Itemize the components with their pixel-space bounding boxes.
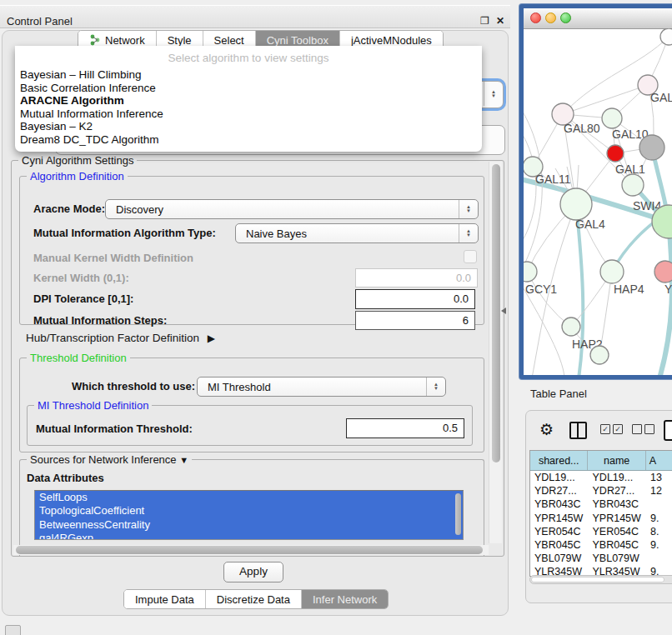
dropdown-item[interactable]: Dream8 DC_TDC Algorithm bbox=[15, 133, 482, 147]
network-node-bottom-partial[interactable] bbox=[590, 346, 609, 364]
node-label-gcy1: GCY1 bbox=[525, 282, 557, 296]
aracne-mode-select[interactable]: Discovery ▲▼ bbox=[105, 199, 479, 219]
gear-icon[interactable]: ⚙ bbox=[539, 422, 554, 438]
column-header-name[interactable]: name bbox=[588, 451, 645, 470]
table-cell: YBR045C bbox=[589, 538, 647, 552]
control-panel-titlebar: Control Panel ❐ ✕ bbox=[0, 5, 510, 28]
network-edge[interactable] bbox=[524, 105, 542, 278]
column-header-shared-name[interactable]: shared... bbox=[530, 451, 588, 470]
network-edge[interactable] bbox=[563, 85, 648, 114]
table-cell: YDR27... bbox=[589, 484, 647, 498]
unchecked-pair-icon[interactable] bbox=[632, 424, 654, 434]
attribute-list-item[interactable]: gal4RGexp bbox=[35, 532, 463, 540]
sources-group-title[interactable]: Sources for Network Inference ▼ bbox=[27, 453, 192, 466]
tab-discretize-data[interactable]: Discretize Data bbox=[206, 590, 302, 608]
network-node-gal1[interactable] bbox=[622, 174, 644, 196]
settings-hscrollbar[interactable] bbox=[13, 545, 489, 555]
node-table: shared... name A YDL19...YDL19...13YDR27… bbox=[529, 450, 672, 577]
network-node-gal4[interactable] bbox=[560, 188, 592, 220]
docked-panel-icon[interactable] bbox=[5, 625, 21, 635]
table-row[interactable]: YBR043CYBR043C bbox=[530, 498, 672, 511]
network-node-gal10[interactable] bbox=[602, 108, 622, 128]
dropdown-item[interactable]: ARACNE Algorithm bbox=[15, 94, 482, 108]
node-label-salmon-node: Y bbox=[664, 282, 672, 296]
network-window-titlebar[interactable] bbox=[524, 8, 672, 29]
table-cell: YBL079W bbox=[589, 552, 647, 565]
dpi-tolerance-field[interactable]: 0.0 bbox=[355, 289, 475, 309]
mi-threshold-group: MI Threshold Definition Mutual Informati… bbox=[27, 405, 473, 446]
network-node-gcy1[interactable] bbox=[524, 262, 537, 282]
which-threshold-label: Which threshold to use: bbox=[72, 380, 195, 392]
network-canvas[interactable]: GALGAL80GAL10GAL1GAL11SWI4GAL4GCY1HAP4YH… bbox=[524, 28, 672, 375]
close-traffic-light[interactable] bbox=[530, 12, 541, 23]
hub-definition-toggle[interactable]: Hub/Transcription Factor Definition ▶ bbox=[26, 332, 215, 344]
collapsed-arrow-icon: ▶ bbox=[208, 332, 215, 344]
table-row[interactable]: YBL079WYBL079W bbox=[530, 552, 672, 565]
mi-steps-field[interactable]: 6 bbox=[355, 311, 475, 330]
mi-threshold-field[interactable]: 0.5 bbox=[346, 418, 464, 438]
dropdown-item[interactable]: Basic Correlation Inference bbox=[15, 82, 482, 95]
dropdown-item[interactable]: Mutual Information Inference bbox=[15, 108, 482, 121]
table-cell: YPR145W bbox=[589, 512, 647, 525]
expanded-arrow-icon: ▼ bbox=[179, 455, 188, 465]
table-hscrollbar[interactable] bbox=[529, 575, 672, 584]
settings-vscrollbar[interactable] bbox=[489, 162, 502, 543]
network-edge[interactable] bbox=[657, 222, 672, 375]
attribute-list-item[interactable]: SelfLoops bbox=[35, 491, 463, 504]
network-edge[interactable] bbox=[527, 272, 571, 327]
list-scrollbar-thumb[interactable] bbox=[455, 493, 461, 535]
table-cell: YER054C bbox=[530, 525, 589, 538]
table-row[interactable]: YER054CYER054C8. bbox=[530, 525, 672, 538]
settings-vscrollbar-thumb[interactable] bbox=[492, 164, 500, 462]
table-cell: YBR043C bbox=[530, 498, 589, 511]
tab-impute-data[interactable]: Impute Data bbox=[124, 590, 206, 608]
attribute-list-item[interactable]: TopologicalCoefficient bbox=[35, 504, 463, 518]
node-label-gal4: GAL4 bbox=[575, 218, 605, 231]
table-panel-title: Table Panel bbox=[530, 388, 587, 400]
manual-kernel-checkbox[interactable] bbox=[464, 250, 477, 263]
apply-button[interactable]: Apply bbox=[223, 562, 283, 582]
table-row[interactable]: YPR145WYPR145W9. bbox=[530, 512, 672, 525]
settings-hscrollbar-thumb[interactable] bbox=[16, 546, 483, 554]
table-cell: YPR145W bbox=[530, 512, 589, 525]
network-node-hap4[interactable] bbox=[600, 260, 624, 283]
table-row[interactable]: YDL19...YDL19...13 bbox=[530, 471, 672, 484]
tab-infer-network[interactable]: Infer Network bbox=[302, 590, 388, 608]
network-node-top-partial[interactable] bbox=[660, 28, 672, 45]
dropdown-item[interactable]: Bayesian – Hill Climbing bbox=[15, 68, 482, 82]
node-label-gal7: GAL bbox=[650, 91, 672, 104]
document-icon[interactable] bbox=[664, 420, 672, 441]
minimize-traffic-light[interactable] bbox=[545, 12, 556, 23]
algorithm-definition-title: Algorithm Definition bbox=[27, 170, 128, 182]
network-node-hap2[interactable] bbox=[562, 318, 580, 336]
kernel-width-field[interactable]: 0.0 bbox=[355, 268, 478, 288]
table-row[interactable]: YBR045CYBR045C9. bbox=[530, 538, 672, 552]
cyni-bottom-tabbar: Impute Data Discretize Data Infer Networ… bbox=[123, 589, 389, 609]
network-edge[interactable] bbox=[524, 128, 536, 247]
settings-group-title: Cyni Algorithm Settings bbox=[18, 154, 137, 167]
attribute-list-item[interactable]: BetweennessCentrality bbox=[35, 518, 463, 532]
zoom-traffic-light[interactable] bbox=[560, 12, 571, 23]
network-node-gray-node[interactable] bbox=[639, 135, 664, 160]
checked-pair-icon[interactable]: ✓ ✓ bbox=[600, 424, 623, 434]
table-cell bbox=[646, 498, 672, 511]
table-hscrollbar-thumb[interactable] bbox=[531, 577, 664, 582]
table-cell: YBL079W bbox=[530, 552, 589, 565]
dropdown-item[interactable]: Bayesian – K2 bbox=[15, 120, 482, 133]
network-node-salmon-node[interactable] bbox=[654, 261, 672, 282]
close-icon[interactable]: ✕ bbox=[496, 16, 504, 26]
data-attributes-list[interactable]: SelfLoopsTopologicalCoefficientBetweenne… bbox=[34, 490, 464, 540]
node-label-hap4: HAP4 bbox=[614, 282, 644, 296]
network-node-red-node[interactable] bbox=[607, 145, 624, 162]
column-header-partial[interactable]: A bbox=[646, 451, 672, 470]
float-window-icon[interactable]: ❐ bbox=[480, 16, 489, 26]
table-cell: 9. bbox=[646, 512, 672, 525]
columns-icon[interactable] bbox=[569, 422, 587, 439]
mi-steps-label: Mutual Information Steps: bbox=[33, 314, 167, 327]
table-cell: YBR045C bbox=[530, 538, 589, 552]
panel-splitter-arrow[interactable] bbox=[501, 308, 506, 314]
table-row[interactable]: YDR27...YDR27...12 bbox=[530, 484, 672, 498]
table-cell: 12 bbox=[646, 484, 672, 498]
mi-type-select[interactable]: Naive Bayes ▲▼ bbox=[235, 223, 479, 243]
which-threshold-select[interactable]: MI Threshold ▲▼ bbox=[197, 377, 446, 397]
